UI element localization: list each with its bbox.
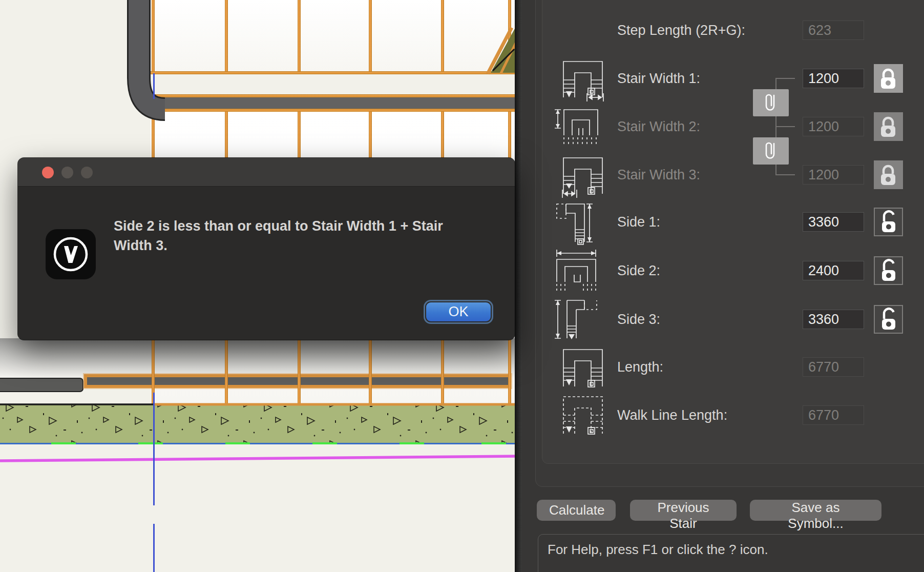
cad-green-dashes <box>0 442 517 444</box>
ok-button[interactable]: OK <box>424 300 493 324</box>
help-text: For Help, press F1 or click the ? icon. <box>548 542 768 558</box>
stair-width-1-lock-button[interactable] <box>874 64 903 93</box>
stair-width-3-field <box>803 165 864 185</box>
step-length-field <box>803 21 864 40</box>
side-2-field[interactable] <box>803 261 864 280</box>
stair-width-3-lock-button[interactable] <box>874 160 903 189</box>
length-field <box>803 357 864 377</box>
stair-width-1-field[interactable] <box>803 69 864 88</box>
field-label-side-3: Side 3: <box>617 310 660 329</box>
field-label-length: Length: <box>617 357 663 377</box>
lock-open-icon <box>875 306 902 333</box>
ok-button-face: OK <box>426 302 491 321</box>
walk-line-length-field <box>803 405 864 425</box>
side-3-lock-button[interactable] <box>874 305 903 334</box>
cad-ground-hatch <box>0 404 517 443</box>
cad-blue-guide <box>153 73 155 99</box>
lock-closed-icon <box>874 112 903 141</box>
save-as-symbol-button[interactable]: Save as Symbol... <box>750 500 881 521</box>
close-window-icon[interactable] <box>42 167 54 178</box>
previous-stair-button[interactable]: Previous Stair <box>630 500 737 521</box>
field-label-side-1: Side 1: <box>617 212 660 232</box>
alert-message: Side 2 is less than or equal to Stair Wi… <box>114 216 472 255</box>
vectorworks-app-icon <box>46 229 96 279</box>
stair-width-2-field <box>803 117 864 136</box>
paperclip-icon <box>753 137 789 165</box>
cad-blue-guide <box>153 393 155 505</box>
lock-closed-icon <box>874 160 903 189</box>
pane-divider[interactable] <box>515 0 522 572</box>
cad-blue-guide <box>153 524 155 572</box>
cad-magenta-line <box>0 456 517 461</box>
screenshot-root: Step Length (2R+G): Stair Width 1: <box>0 0 924 572</box>
lock-closed-icon <box>874 64 903 93</box>
dialog-titlebar[interactable] <box>18 158 515 187</box>
field-label-stair-width-1: Stair Width 1: <box>617 69 700 88</box>
field-label-stair-width-2: Stair Width 2: <box>617 117 700 136</box>
side-2-lock-button[interactable] <box>874 256 903 285</box>
calculate-button[interactable]: Calculate <box>537 500 616 521</box>
field-label-stair-width-3: Stair Width 3: <box>617 165 700 185</box>
lock-open-icon <box>875 257 902 284</box>
side-1-field[interactable] <box>803 212 864 232</box>
field-label-side-2: Side 2: <box>617 261 660 280</box>
zoom-window-icon[interactable] <box>81 167 93 178</box>
stair-width-2-lock-button[interactable] <box>874 112 903 141</box>
minimize-window-icon[interactable] <box>61 167 73 178</box>
field-label-walk-line-length: Walk Line Length: <box>617 405 727 425</box>
side-3-field[interactable] <box>803 310 864 329</box>
link-width-2-3-button[interactable] <box>753 137 789 165</box>
lock-open-icon <box>875 209 902 235</box>
help-message-box: For Help, press F1 or click the ? icon. <box>538 534 924 572</box>
paperclip-icon <box>753 89 789 116</box>
field-label-step-length: Step Length (2R+G): <box>617 21 745 40</box>
cad-stair-wedge <box>488 28 516 74</box>
link-width-1-2-button[interactable] <box>753 89 789 116</box>
stair-settings-panel: Step Length (2R+G): Stair Width 1: <box>522 0 924 572</box>
alert-dialog: Side 2 is less than or equal to Stair Wi… <box>18 158 515 340</box>
side-1-lock-button[interactable] <box>874 208 903 236</box>
